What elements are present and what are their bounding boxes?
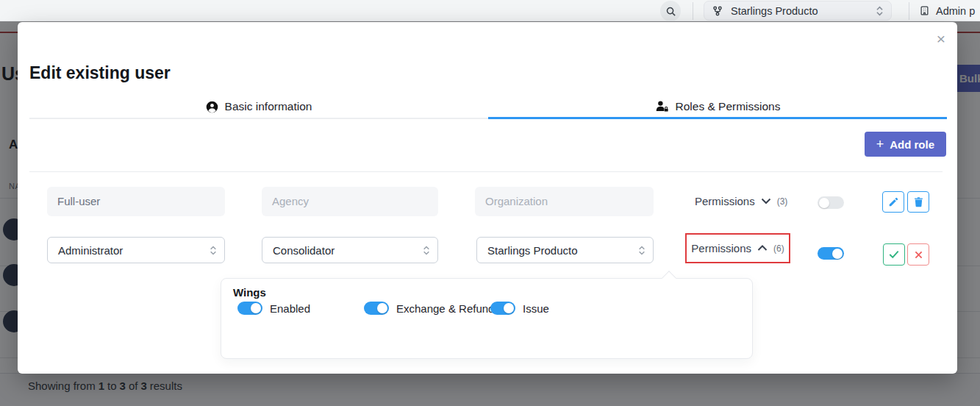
add-role-label: Add role [890,138,934,151]
organization-selector-value: Starlings Producto [731,5,818,17]
organization-field[interactable]: Organization [475,187,654,216]
role-enabled-toggle[interactable] [818,247,844,260]
person-lock-icon [655,100,669,113]
toggle-knob [504,303,514,313]
role-field[interactable]: Full-user [47,187,225,216]
hierarchy-icon [712,5,723,17]
tab-label: Roles & Permissions [676,100,781,113]
toggle-knob [377,303,387,313]
chevron-updown-icon [210,245,217,256]
topbar-divider [693,2,693,20]
chevron-up-icon [757,245,768,252]
permission-item: Enabled [237,302,310,315]
top-bar: Starlings Producto Admin p [0,0,980,21]
topbar-divider [909,2,909,20]
permission-item: Issue [490,302,549,315]
toggle-knob [819,198,829,208]
permissions-label: Permissions [695,195,755,207]
role-select-value: Administrator [58,244,123,257]
edit-role-button[interactable] [882,191,904,213]
tab-label: Basic information [225,100,312,113]
x-icon [915,251,923,259]
permissions-popover: Wings Enabled Exchange & Refund Issue [221,278,753,359]
permissions-expander-highlighted[interactable]: Permissions (6) [685,233,790,263]
confirm-role-button[interactable] [883,243,905,266]
permission-item: Exchange & Refund [364,302,494,315]
admin-panel-label: Admin p [936,5,975,17]
tab-basic-information[interactable]: Basic information [29,96,488,118]
chevron-updown-icon [876,5,884,17]
role-select[interactable]: Administrator [47,237,225,263]
chevron-updown-icon [423,245,430,256]
delete-role-button[interactable] [907,191,929,213]
permissions-count: (3) [777,196,788,207]
cancel-role-button[interactable] [907,243,929,266]
toggle-knob [251,303,261,313]
agency-select[interactable]: Consolidator [262,237,438,263]
section-divider [29,171,943,172]
role-enabled-toggle[interactable] [818,196,844,209]
page: Starlings Producto Admin p Us Bulk A NA … [0,0,980,406]
permission-enabled-toggle[interactable] [237,302,262,315]
role-row-readonly: Full-user Agency Organization Permission… [18,187,957,216]
agency-field[interactable]: Agency [262,187,438,216]
search-icon [665,6,676,17]
tab-roles-permissions[interactable]: Roles & Permissions [488,96,947,119]
pencil-icon [888,197,898,207]
person-circle-icon [206,101,218,113]
admin-panel-link[interactable]: Admin p [919,0,975,21]
modal-tabs: Basic information Roles & Permissions [29,96,947,119]
permission-label: Exchange & Refund [396,302,494,315]
agency-select-value: Consolidator [273,244,335,257]
permission-exchange-refund-toggle[interactable] [364,302,389,315]
permissions-expander[interactable]: Permissions (3) [695,195,787,207]
permission-issue-toggle[interactable] [490,302,515,315]
popover-arrow [662,271,676,285]
search-button[interactable] [660,1,681,21]
chevron-down-icon [761,198,771,204]
permission-label: Enabled [270,302,310,315]
permission-group-title: Wings [233,286,266,299]
organization-selector[interactable]: Starlings Producto [704,1,892,21]
building-icon [919,5,930,16]
trash-icon [914,197,923,207]
role-row-editing: Administrator Consolidator Starlings Pro… [18,237,957,263]
permissions-count: (6) [773,243,784,254]
add-role-button[interactable]: + Add role [865,132,946,157]
organization-select[interactable]: Starlings Producto [476,237,654,263]
organization-select-value: Starlings Producto [487,244,578,257]
edit-user-modal: × Edit existing user Basic information R… [18,22,957,374]
check-icon [889,250,899,259]
permissions-label: Permissions [691,242,751,254]
modal-title: Edit existing user [29,63,171,83]
toggle-knob [832,249,843,259]
chevron-updown-icon [638,245,645,256]
plus-icon: + [876,137,884,152]
close-icon[interactable]: × [937,31,945,46]
permission-label: Issue [523,302,549,315]
